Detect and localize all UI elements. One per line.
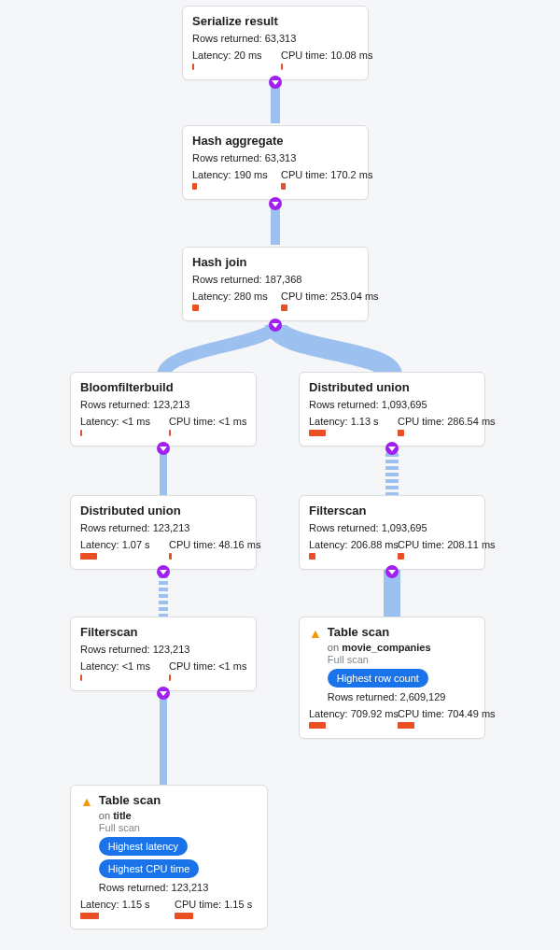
cpu-metric: CPU time: 286.54 ms [398, 416, 475, 436]
collapse-toggle[interactable] [385, 565, 399, 578]
query-plan-canvas: Serialize result Rows returned: 63,313 L… [0, 0, 560, 950]
badge-highest-latency: Highest latency [99, 837, 188, 856]
latency-metric: Latency: 20 ms [192, 50, 270, 70]
node-hash-join[interactable]: Hash join Rows returned: 187,368 Latency… [182, 247, 369, 321]
table-name: on movie_companies [328, 642, 446, 653]
cpu-metric: CPU time: 1.15 s [175, 899, 258, 919]
node-title: Hash join [192, 255, 247, 270]
rows-returned: Rows returned: 187,368 [192, 274, 358, 285]
latency-metric: Latency: 206.88 ms [309, 539, 386, 560]
latency-metric: Latency: 1.07 s [80, 539, 158, 560]
collapse-toggle[interactable] [157, 687, 170, 700]
latency-metric: Latency: 709.92 ms [309, 708, 386, 729]
collapse-toggle[interactable] [269, 319, 282, 332]
rows-returned: Rows returned: 1,093,695 [309, 522, 475, 533]
scan-type: Full scan [99, 822, 258, 833]
node-distributed-union-right[interactable]: Distributed union Rows returned: 1,093,6… [299, 372, 485, 447]
latency-metric: Latency: 190 ms [192, 169, 270, 190]
rows-returned: Rows returned: 123,213 [80, 644, 246, 655]
node-title: Bloomfilterbuild [80, 380, 174, 395]
node-filterscan-left[interactable]: Filterscan Rows returned: 123,213 Latenc… [70, 617, 257, 691]
warning-icon: ▲ [80, 794, 93, 809]
rows-returned: Rows returned: 123,213 [99, 882, 258, 893]
node-table-scan-right[interactable]: ▲ Table scan on movie_companies Full sca… [299, 617, 485, 739]
warning-icon: ▲ [309, 626, 322, 641]
rows-returned: Rows returned: 63,313 [192, 152, 358, 163]
collapse-toggle[interactable] [157, 565, 170, 578]
cpu-metric: CPU time: <1 ms [169, 416, 246, 436]
cpu-metric: CPU time: 704.49 ms [398, 708, 475, 729]
cpu-metric: CPU time: 253.04 ms [281, 291, 358, 311]
node-title: Serialize result [192, 14, 278, 29]
collapse-toggle[interactable] [385, 442, 399, 455]
table-name: on title [99, 810, 258, 821]
rows-returned: Rows returned: 63,313 [192, 33, 358, 44]
cpu-metric: CPU time: 208.11 ms [398, 539, 475, 560]
cpu-metric: CPU time: <1 ms [169, 660, 246, 681]
latency-metric: Latency: <1 ms [80, 416, 158, 436]
rows-returned: Rows returned: 123,213 [80, 399, 246, 410]
badge-highest-cpu-time: Highest CPU time [99, 859, 199, 878]
node-table-scan-left[interactable]: ▲ Table scan on title Full scan Highest … [70, 785, 268, 929]
node-title: Filterscan [309, 503, 366, 518]
node-title: Filterscan [80, 625, 137, 640]
cpu-metric: CPU time: 170.2 ms [281, 169, 358, 190]
node-title: Table scan [99, 793, 258, 808]
latency-metric: Latency: 1.13 s [309, 416, 386, 436]
node-title: Hash aggregate [192, 134, 284, 149]
badge-highest-row-count: Highest row count [328, 669, 428, 688]
rows-returned: Rows returned: 2,609,129 [328, 691, 446, 702]
node-hash-aggregate[interactable]: Hash aggregate Rows returned: 63,313 Lat… [182, 125, 369, 200]
latency-metric: Latency: <1 ms [80, 660, 158, 681]
collapse-toggle[interactable] [157, 442, 170, 455]
collapse-toggle[interactable] [269, 76, 282, 89]
rows-returned: Rows returned: 1,093,695 [309, 399, 475, 410]
cpu-metric: CPU time: 10.08 ms [281, 50, 358, 70]
node-title: Table scan [328, 625, 446, 640]
node-title: Distributed union [309, 380, 410, 395]
cpu-metric: CPU time: 48.16 ms [169, 539, 246, 560]
node-bloomfilterbuild[interactable]: Bloomfilterbuild Rows returned: 123,213 … [70, 372, 257, 447]
node-filterscan-right[interactable]: Filterscan Rows returned: 1,093,695 Late… [299, 495, 485, 570]
node-distributed-union-left[interactable]: Distributed union Rows returned: 123,213… [70, 495, 257, 570]
rows-returned: Rows returned: 123,213 [80, 522, 246, 533]
node-title: Distributed union [80, 503, 181, 518]
latency-metric: Latency: 280 ms [192, 291, 270, 311]
latency-metric: Latency: 1.15 s [80, 899, 163, 919]
scan-type: Full scan [328, 654, 446, 665]
node-serialize-result[interactable]: Serialize result Rows returned: 63,313 L… [182, 6, 369, 80]
collapse-toggle[interactable] [269, 197, 282, 210]
